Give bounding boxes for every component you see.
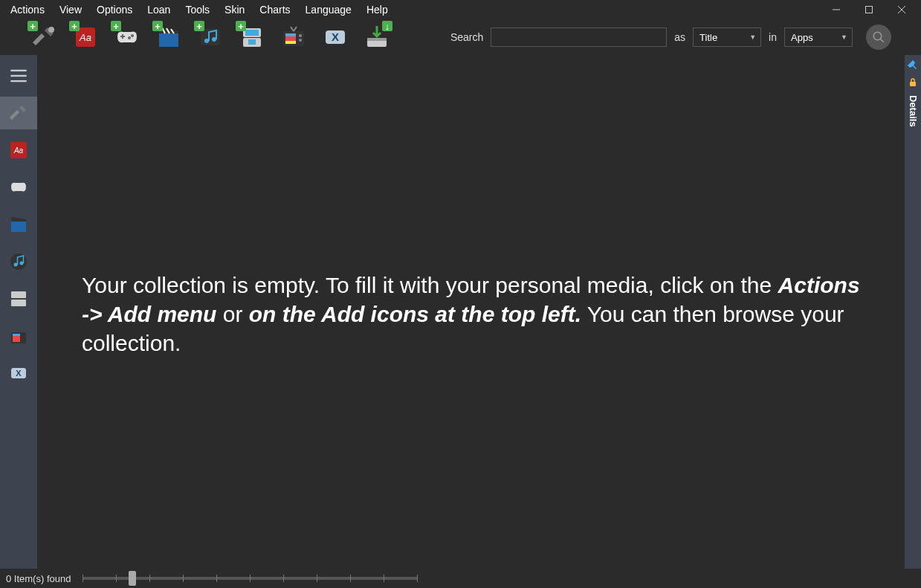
menu-help[interactable]: Help [359,1,395,18]
sidebar-movies[interactable] [0,208,37,241]
svg-point-4 [48,27,54,33]
add-music-button[interactable]: + [196,23,224,51]
as-select-value: Title [699,32,717,43]
menubar: Actions View Options Loan Tools Skin Cha… [3,1,395,18]
svg-text:Aa: Aa [13,146,24,155]
music-icon [9,252,28,271]
lock-icon[interactable] [908,77,918,88]
statusbar: 0 Item(s) found [0,569,921,588]
svg-point-7 [131,34,134,37]
search-icon [872,30,885,44]
menu-skin[interactable]: Skin [217,1,252,18]
menu-actions[interactable]: Actions [3,1,52,18]
add-games-button[interactable]: + [113,23,141,51]
menu-loan[interactable]: Loan [140,1,178,18]
svg-point-39 [10,253,27,270]
menu-view[interactable]: View [52,1,89,18]
plus-icon: + [28,21,38,31]
svg-rect-46 [13,334,20,336]
gamepad-icon [9,178,28,197]
add-movies-button[interactable]: + [155,23,183,51]
menu-language[interactable]: Language [298,1,359,18]
status-items-found: 0 Item(s) found [6,573,71,584]
minimize-button[interactable] [820,1,853,19]
search-button[interactable] [866,25,891,50]
tv-icon [280,24,307,51]
maximize-button[interactable] [853,1,885,19]
sidebar-hamburger[interactable] [0,59,37,92]
svg-text:Aa: Aa [79,32,91,43]
titlebar: Actions View Options Loan Tools Skin Cha… [0,0,921,19]
svg-rect-43 [11,300,26,306]
in-select[interactable]: Apps ▼ [784,28,853,47]
svg-rect-42 [11,291,26,298]
handheld-icon [9,289,28,308]
search-area: Search as Title ▼ in Apps ▼ [450,25,891,50]
svg-point-24 [299,39,302,42]
plus-icon: + [194,21,204,31]
search-input[interactable] [491,28,667,47]
svg-rect-21 [285,33,296,36]
close-button[interactable] [885,1,918,19]
sidebar-tv[interactable] [0,320,37,352]
empty-text-mid: or [216,302,248,326]
hamburger-icon [9,66,28,85]
add-books-button[interactable]: + Aa [71,23,100,51]
menu-options[interactable]: Options [89,1,140,18]
pin-icon[interactable] [907,59,919,71]
svg-rect-18 [248,39,256,45]
clapboard-icon [9,215,28,234]
sidebar-music[interactable] [0,245,37,278]
add-download-button[interactable]: ↓ [363,23,391,51]
x-app-icon: X [9,364,28,383]
empty-text-icons: on the Add icons at the top left. [249,302,581,326]
search-label: Search [450,31,483,43]
chevron-down-icon: ▼ [841,33,847,41]
sidebar-games[interactable] [0,171,37,204]
sidebar-tools[interactable] [0,97,37,129]
content-area: Your collection is empty. To fill it wit… [37,55,905,569]
details-panel-tab[interactable]: Details [908,92,919,130]
svg-rect-22 [285,41,296,44]
svg-line-26 [294,27,297,31]
sidebar-handheld[interactable] [0,282,37,315]
close-icon [897,5,906,14]
empty-message: Your collection is empty. To fill it wit… [82,271,860,358]
svg-rect-1 [866,7,873,13]
svg-point-23 [299,34,302,37]
toolbar: + + Aa + + + + X ↓ [0,19,921,55]
zoom-slider[interactable] [83,577,417,580]
in-label: in [769,31,777,43]
plus-icon: + [236,21,246,31]
sidebar-right: Details [905,55,921,569]
minimize-icon [832,5,841,14]
chevron-down-icon: ▼ [749,33,756,41]
toolbar-icons: + + Aa + + + + X ↓ [30,23,391,51]
add-tv-button[interactable] [279,23,308,51]
maximize-icon [865,5,873,14]
add-handheld-button[interactable]: + [238,23,266,51]
book-icon: Aa [9,140,28,160]
as-label: as [674,31,685,43]
sidebar-books[interactable]: Aa [0,134,37,167]
svg-point-8 [128,36,131,39]
menu-tools[interactable]: Tools [178,1,217,18]
svg-line-32 [880,39,884,42]
zoom-slider-thumb[interactable] [129,571,136,586]
svg-rect-11 [159,33,178,47]
svg-rect-38 [11,222,26,232]
tv-icon [9,326,28,346]
as-select[interactable]: Title ▼ [693,28,761,47]
plus-icon: + [69,21,80,31]
main: Aa X Your collection is empty. To fill i… [0,55,921,569]
svg-rect-49 [910,82,916,86]
plus-icon: + [111,21,121,31]
in-select-value: Apps [791,32,813,43]
x-app-icon: X [323,25,348,50]
svg-rect-17 [245,30,259,36]
plus-icon: + [152,21,163,31]
sidebar-x[interactable]: X [0,357,37,390]
add-x-button[interactable]: X [321,23,349,51]
add-tools-button[interactable]: + [30,23,58,51]
menu-charts[interactable]: Charts [252,1,297,18]
